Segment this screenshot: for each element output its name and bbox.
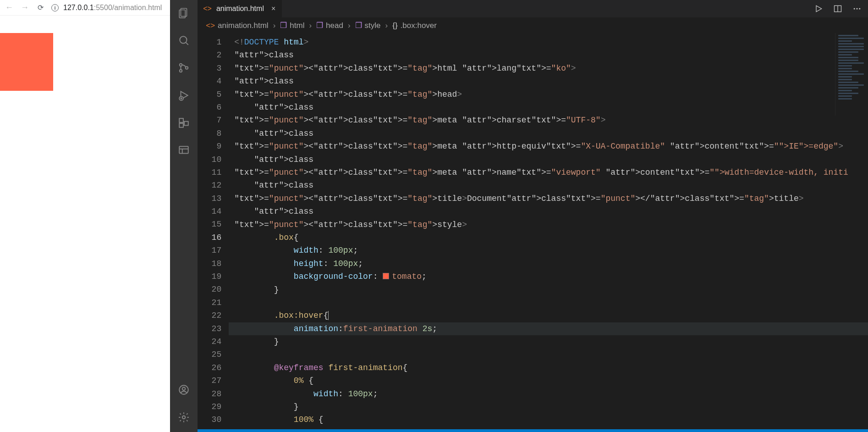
breadcrumb-file[interactable]: animation.html <box>218 21 269 30</box>
url-host: 127.0.0.1 <box>63 4 94 11</box>
url-text: 127.0.0.1:5500/animation.html <box>63 4 162 12</box>
breadcrumbs[interactable]: <>animation.html › ❒html › ❒head › ❒styl… <box>198 17 868 33</box>
code-editor[interactable]: 12345 678910 1112131415 1617181920 21222… <box>198 33 868 429</box>
svg-rect-12 <box>179 146 188 153</box>
svg-point-16 <box>182 388 186 391</box>
svg-marker-18 <box>816 6 822 11</box>
nav-reload-icon[interactable]: ⟳ <box>36 3 45 12</box>
tab-label: animation.html <box>216 5 264 13</box>
explorer-icon[interactable] <box>177 6 190 19</box>
html-file-icon: <> <box>203 5 212 13</box>
chevron-right-icon: › <box>306 21 314 30</box>
code-content[interactable]: <!DOCTYPE html>"attr">class"txt">="punct… <box>229 33 868 429</box>
symbol-icon: ❒ <box>280 21 287 30</box>
status-bar <box>198 429 868 432</box>
more-actions-icon[interactable] <box>852 4 862 13</box>
tab-animation-html[interactable]: <> animation.html × <box>198 0 282 17</box>
browser-viewport <box>0 16 170 432</box>
breadcrumb-html[interactable]: html <box>290 21 304 30</box>
run-file-icon[interactable] <box>814 4 823 13</box>
svg-rect-9 <box>179 118 183 122</box>
tabs-row: <> animation.html × <box>198 0 868 17</box>
editor-area: <> animation.html × <>animation.html › ❒… <box>198 0 868 432</box>
rendered-box <box>0 33 53 91</box>
svg-point-4 <box>180 64 182 66</box>
svg-rect-11 <box>184 122 188 126</box>
live-preview-icon[interactable] <box>177 144 190 157</box>
extensions-icon[interactable] <box>177 116 190 129</box>
split-editor-icon[interactable] <box>833 4 842 13</box>
address-bar[interactable]: i 127.0.0.1:5500/animation.html <box>51 4 165 12</box>
chevron-right-icon: › <box>383 21 391 30</box>
html-file-icon: <> <box>206 21 215 30</box>
svg-point-23 <box>859 8 860 10</box>
settings-gear-icon[interactable] <box>177 411 190 424</box>
accounts-icon[interactable] <box>177 383 190 396</box>
line-numbers: 12345 678910 1112131415 1617181920 21222… <box>198 33 229 429</box>
breadcrumb-selector[interactable]: .box:hover <box>401 21 437 30</box>
symbol-icon: ❒ <box>355 21 362 30</box>
svg-point-21 <box>854 8 855 10</box>
site-info-icon[interactable]: i <box>51 4 59 11</box>
css-rule-icon: {} <box>392 21 397 30</box>
breadcrumb-head[interactable]: head <box>326 21 343 30</box>
breadcrumb-style[interactable]: style <box>365 21 381 30</box>
svg-point-2 <box>180 36 187 43</box>
symbol-icon: ❒ <box>316 21 323 30</box>
svg-rect-10 <box>179 123 183 127</box>
run-debug-icon[interactable] <box>177 89 190 102</box>
url-path: :5500/animation.html <box>94 4 162 11</box>
search-icon[interactable] <box>177 34 190 47</box>
svg-point-22 <box>857 8 858 10</box>
browser-toolbar: ← → ⟳ i 127.0.0.1:5500/animation.html <box>0 0 170 16</box>
nav-forward-icon[interactable]: → <box>20 3 29 12</box>
svg-point-5 <box>180 70 182 72</box>
svg-line-3 <box>186 42 188 44</box>
minimap[interactable] <box>835 33 868 116</box>
chevron-right-icon: › <box>345 21 353 30</box>
vscode-window: <> animation.html × <>animation.html › ❒… <box>170 0 868 432</box>
activity-bar <box>170 0 198 432</box>
nav-back-icon[interactable]: ← <box>5 3 14 12</box>
source-control-icon[interactable] <box>177 61 190 74</box>
svg-point-17 <box>182 416 186 419</box>
browser-pane: ← → ⟳ i 127.0.0.1:5500/animation.html <box>0 0 170 432</box>
tab-close-icon[interactable]: × <box>271 5 275 13</box>
chevron-right-icon: › <box>270 21 279 30</box>
